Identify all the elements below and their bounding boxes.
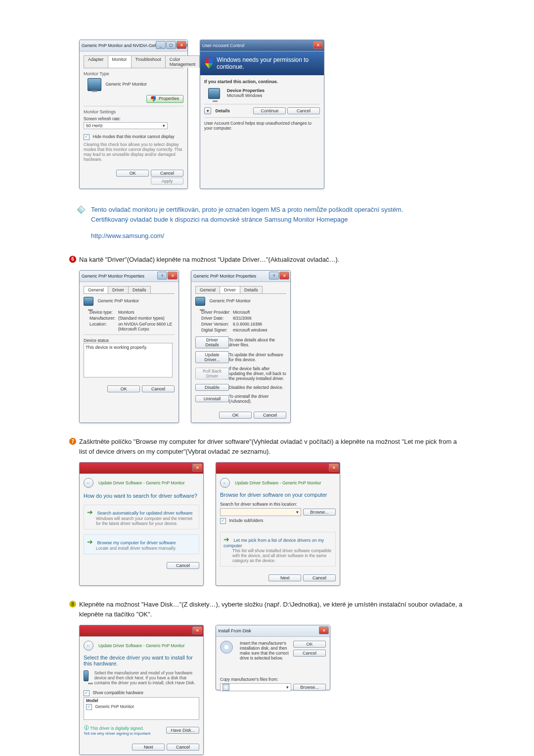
dialog-title — [80, 625, 203, 637]
samsung-link[interactable]: http://www.samsung.com/ — [91, 232, 164, 239]
next-button[interactable]: Next — [132, 744, 165, 751]
location-field[interactable]: ▾ — [220, 508, 301, 516]
browse-button[interactable]: Browse... — [303, 509, 336, 516]
cancel-button[interactable]: Cancel — [303, 574, 336, 581]
tab-general[interactable]: General — [195, 286, 220, 293]
section-monitor-settings: Monitor Settings — [84, 106, 183, 114]
tab-monitor[interactable]: Monitor — [108, 55, 132, 68]
value: on NVIDIA GeForce 6600 LE (Microsoft Cor… — [118, 322, 175, 331]
back-icon[interactable]: ← — [84, 641, 93, 651]
help-icon[interactable]: ? — [269, 272, 279, 280]
tab-general[interactable]: General — [84, 286, 108, 293]
close-icon[interactable]: ✕ — [177, 41, 186, 49]
drive-icon — [222, 684, 229, 691]
note-icon — [77, 206, 86, 214]
shield-icon — [151, 96, 156, 102]
continue-button[interactable]: Continue — [253, 107, 286, 114]
include-subfolders-checkbox[interactable] — [220, 518, 226, 524]
back-icon[interactable]: ← — [220, 478, 230, 488]
desc: If the device fails after updating the d… — [229, 366, 286, 381]
uac-banner: Windows needs your permission to contion… — [200, 51, 324, 75]
tab-troubleshoot[interactable]: Troubleshoot — [131, 55, 166, 68]
disc-icon — [220, 641, 233, 654]
driver-details-button[interactable]: Driver Details — [195, 336, 229, 348]
desc: Select the manufacturer and model of you… — [94, 670, 199, 685]
show-compat-label: Show compatible hardware — [92, 690, 143, 695]
properties-button[interactable]: Properties — [146, 95, 183, 103]
show-compat-checkbox[interactable] — [84, 690, 89, 696]
cancel-button[interactable]: Cancel — [142, 385, 175, 392]
cancel-button[interactable]: Cancel — [254, 412, 286, 419]
label: Location: — [89, 322, 118, 331]
maximize-icon[interactable]: ▢ — [166, 41, 176, 49]
step8-text: Klepněte na možnost "Have Disk…"(Z diske… — [79, 600, 465, 619]
ok-button[interactable]: OK — [107, 385, 140, 392]
back-icon[interactable]: ← — [84, 478, 93, 488]
close-icon[interactable]: ✕ — [279, 272, 289, 280]
label: Driver Provider: — [201, 310, 233, 315]
option-pick[interactable]: ➔ Let me pick from a list of device driv… — [220, 532, 336, 567]
arrow-icon: ➔ — [87, 508, 93, 516]
details-toggle[interactable]: Details — [216, 108, 230, 113]
refresh-rate-select[interactable]: 60 Hertz ▾ — [84, 122, 168, 129]
chevron-down-icon[interactable]: ▾ — [286, 685, 289, 690]
wizard-question: How do you want to search for driver sof… — [84, 493, 199, 499]
tab-color[interactable]: Color Management — [165, 55, 200, 68]
hide-modes-checkbox[interactable] — [84, 134, 89, 140]
close-icon[interactable]: ✕ — [168, 272, 178, 280]
properties-label: Properties — [159, 96, 179, 101]
why-signing-link[interactable]: Tell me why driver signing is important — [84, 731, 150, 736]
option-desc: Locate and install driver software manua… — [96, 546, 196, 551]
cancel-button[interactable]: Cancel — [167, 744, 199, 751]
option-auto[interactable]: ➔ Search automatically for updated drive… — [84, 505, 199, 529]
help-icon[interactable]: ? — [157, 272, 167, 280]
apply-button[interactable]: Apply — [151, 178, 183, 185]
tab-driver[interactable]: Driver — [220, 286, 240, 293]
close-icon[interactable]: ✕ — [192, 464, 202, 472]
rollback-button[interactable]: Roll Back Driver — [195, 368, 229, 379]
option-heading: Search automatically for updated driver … — [97, 511, 193, 516]
close-icon[interactable]: ✕ — [192, 626, 202, 634]
tab-driver[interactable]: Driver — [108, 286, 129, 293]
device-icon — [208, 88, 220, 99]
browse-heading: Browse for driver software on your compu… — [220, 492, 336, 498]
have-disk-button[interactable]: Have Disk... — [166, 727, 199, 734]
tab-details[interactable]: Details — [128, 286, 151, 293]
tab-details[interactable]: Details — [240, 286, 263, 293]
browse-button[interactable]: Browse... — [293, 684, 326, 691]
cancel-button[interactable]: Cancel — [167, 562, 199, 569]
close-icon[interactable]: ✕ — [329, 464, 339, 472]
update-driver-button[interactable]: Update Driver... — [195, 351, 229, 363]
ok-button[interactable]: OK — [116, 170, 149, 177]
close-icon[interactable]: ✕ — [313, 41, 323, 49]
value: 6/21/2006 — [233, 316, 286, 321]
close-icon[interactable]: ✕ — [319, 626, 329, 634]
step7-text: Zaškrtněte políčko "Browse my computer f… — [79, 437, 465, 456]
wizard-title: Update Driver Software - Generic PnP Mon… — [98, 480, 185, 485]
copy-from-label: Copy manufacturer's files from: — [220, 677, 326, 682]
wizard-browse: ✕ ← Update Driver Software - Generic PnP… — [216, 462, 340, 586]
refresh-label: Screen refresh rate: — [84, 116, 183, 121]
cancel-button[interactable]: Cancel — [151, 170, 183, 177]
desc: To view details about the driver files. — [229, 337, 286, 347]
option-browse[interactable]: ➔ Browse my computer for driver software… — [84, 534, 199, 554]
value: (Standard monitor types) — [118, 316, 175, 321]
model-row-checkbox[interactable] — [86, 704, 92, 710]
uac-dialog: User Account Control ✕ Windows needs you… — [200, 40, 324, 189]
step6-badge: 6 — [69, 256, 76, 263]
arrow-icon: ➔ — [223, 535, 229, 543]
value: Microsoft — [233, 310, 286, 315]
next-button[interactable]: Next — [268, 574, 301, 581]
cancel-button[interactable]: Cancel — [287, 107, 320, 114]
ok-button[interactable]: OK — [293, 641, 326, 648]
ok-button[interactable]: OK — [219, 412, 252, 419]
model-row[interactable]: Generic PnP Monitor — [95, 704, 134, 709]
hide-modes-label: Hide modes that this monitor cannot disp… — [93, 134, 175, 139]
step8-badge: 8 — [69, 601, 76, 608]
uninstall-button[interactable]: Uninstall — [195, 395, 229, 402]
chevron-down-icon[interactable]: ▾ — [204, 107, 211, 114]
minimize-icon[interactable]: _ — [156, 41, 166, 49]
disable-button[interactable]: Disable — [195, 384, 229, 391]
tab-adapter[interactable]: Adapter — [84, 55, 108, 68]
cancel-button[interactable]: Cancel — [293, 650, 326, 657]
